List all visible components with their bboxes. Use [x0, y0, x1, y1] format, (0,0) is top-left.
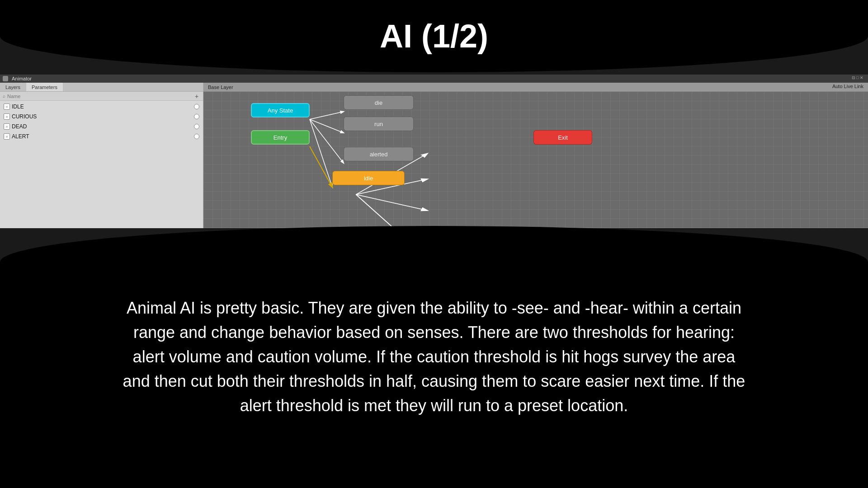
state-die[interactable]: die: [344, 95, 414, 110]
list-item[interactable]: = IDLE: [0, 102, 203, 112]
state-entry[interactable]: Entry: [251, 130, 310, 145]
param-toggle[interactable]: [194, 104, 199, 109]
auto-live-link[interactable]: Auto Live Link: [828, 83, 868, 90]
tab-parameters[interactable]: Parameters: [26, 83, 63, 91]
param-list: = IDLE = CURIOUS = DEAD = ALERT: [0, 101, 203, 228]
param-toggle[interactable]: [194, 114, 199, 119]
list-item[interactable]: = ALERT: [0, 131, 203, 141]
window-icon: [3, 76, 8, 81]
param-type-icon: =: [4, 113, 10, 120]
list-item[interactable]: = DEAD: [0, 122, 203, 131]
bottom-section: Animal AI is pretty basic. They are give…: [0, 226, 868, 488]
state-alerted[interactable]: alerted: [344, 147, 414, 161]
param-type-icon: =: [4, 103, 10, 110]
tab-layers[interactable]: Layers: [0, 83, 26, 91]
top-header: AI (1/2): [0, 0, 868, 72]
main-title: AI (1/2): [380, 18, 488, 55]
search-icon: ⌕: [3, 94, 5, 99]
window-content: Layers Parameters ⌕ + = IDLE = CURIOUS: [0, 83, 868, 228]
param-name: ALERT: [12, 133, 194, 140]
window-titlebar: Animator ⊟ □ ✕: [0, 75, 868, 83]
window-icons: ⊟ □ ✕: [852, 75, 863, 80]
animator-window: Animator ⊟ □ ✕ Layers Parameters ⌕ +: [0, 75, 868, 228]
param-type-icon: =: [4, 133, 10, 140]
state-idle[interactable]: idle: [332, 171, 405, 185]
description-text: Animal AI is pretty basic. They are give…: [118, 296, 750, 418]
window-controls: ⊟ □ ✕: [852, 75, 865, 80]
add-param-button[interactable]: +: [193, 93, 200, 100]
left-panel: Layers Parameters ⌕ + = IDLE = CURIOUS: [0, 83, 203, 228]
panel-tabs: Layers Parameters: [0, 83, 203, 92]
param-toggle[interactable]: [194, 134, 199, 139]
param-name: CURIOUS: [12, 113, 194, 120]
search-input[interactable]: [7, 94, 193, 99]
param-name: IDLE: [12, 103, 194, 110]
state-any-state[interactable]: Any State: [251, 103, 310, 117]
breadcrumb: Base Layer Auto Live Link: [203, 83, 868, 92]
param-search-bar: ⌕ +: [0, 92, 203, 101]
param-name: DEAD: [12, 123, 194, 130]
param-type-icon: =: [4, 123, 10, 130]
param-toggle[interactable]: [194, 124, 199, 129]
state-exit[interactable]: Exit: [533, 130, 592, 145]
canvas-panel[interactable]: Base Layer Auto Live Link: [203, 83, 868, 228]
list-item[interactable]: = CURIOUS: [0, 112, 203, 122]
state-run[interactable]: run: [344, 117, 414, 131]
window-title: Animator: [12, 76, 32, 81]
